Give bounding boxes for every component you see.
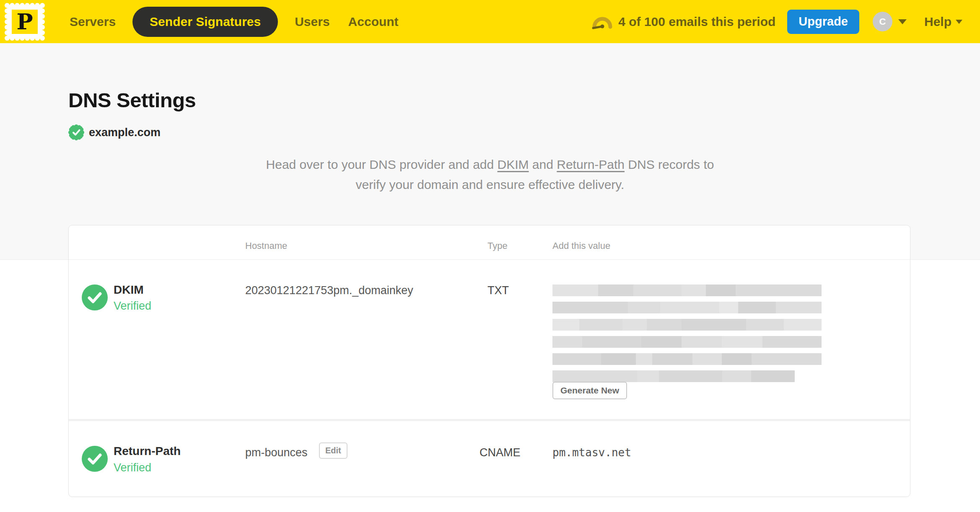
- record-status-dkim: Verified: [114, 300, 151, 313]
- generate-new-button[interactable]: Generate New: [552, 382, 627, 399]
- nav-item-servers[interactable]: Servers: [70, 15, 116, 29]
- page-title: DNS Settings: [68, 88, 196, 112]
- column-header-type: Type: [487, 240, 508, 251]
- nav-right: 4 of 100 emails this period Upgrade C He…: [591, 10, 962, 34]
- account-menu[interactable]: C: [873, 12, 907, 31]
- usage-counter: 4 of 100 emails this period: [618, 15, 775, 29]
- usage-gauge-icon: [591, 14, 612, 29]
- record-name-dkim: DKIM: [114, 283, 144, 297]
- domain-row: example.com: [68, 124, 161, 140]
- column-header-hostname: Hostname: [245, 240, 287, 251]
- redacted-dkim-value: [552, 284, 825, 388]
- record-status-return-path: Verified: [114, 461, 151, 474]
- record-hostname-dkim: 20230121221753pm._domainkey: [245, 284, 413, 297]
- svg-text:P: P: [16, 9, 33, 34]
- instructions-line2: verify your domain and ensure effective …: [0, 175, 980, 195]
- help-label: Help: [924, 15, 951, 29]
- redacted-value-row: [552, 336, 822, 348]
- header-divider: [69, 259, 910, 260]
- edit-button[interactable]: Edit: [319, 442, 347, 459]
- instructions-text: Head over to your DNS provider and add D…: [0, 155, 980, 195]
- help-menu[interactable]: Help: [924, 15, 962, 29]
- redacted-value-row: [552, 302, 822, 313]
- instructions-part1: Head over to your DNS provider and add: [266, 158, 498, 171]
- verified-check-icon: [82, 446, 108, 472]
- record-name-return-path: Return-Path: [114, 445, 181, 458]
- redacted-value-row: [552, 319, 822, 331]
- verified-check-icon: [82, 284, 108, 310]
- instructions-part3: DNS records to: [625, 158, 714, 171]
- instructions-part2: and: [529, 158, 557, 171]
- redacted-value-row: [552, 353, 822, 365]
- return-path-link[interactable]: Return-Path: [557, 158, 625, 171]
- column-header-value: Add this value: [552, 240, 610, 251]
- top-navigation: P Servers Sender Signatures Users Accoun…: [0, 0, 980, 43]
- record-type-dkim: TXT: [487, 284, 509, 297]
- dns-records-table: Hostname Type Add this value DKIM Verifi…: [68, 225, 910, 497]
- redacted-value-row: [552, 284, 822, 296]
- postmark-logo-icon[interactable]: P: [4, 3, 45, 41]
- chevron-down-icon: [956, 20, 962, 24]
- upgrade-button[interactable]: Upgrade: [787, 10, 859, 34]
- nav-links: Servers Sender Signatures Users Account: [60, 7, 408, 37]
- domain-name: example.com: [89, 126, 161, 139]
- record-type-return-path: CNAME: [480, 446, 521, 459]
- avatar: C: [873, 12, 892, 31]
- nav-item-account[interactable]: Account: [348, 15, 399, 29]
- row-divider: [69, 419, 910, 421]
- chevron-down-icon: [898, 19, 907, 24]
- record-value-return-path: pm.mtasv.net: [552, 446, 631, 459]
- nav-item-sender-signatures[interactable]: Sender Signatures: [132, 7, 278, 37]
- verified-seal-icon: [68, 124, 84, 140]
- record-hostname-return-path: pm-bounces: [245, 446, 308, 459]
- redacted-value-row: [552, 370, 795, 382]
- dkim-link[interactable]: DKIM: [498, 158, 529, 171]
- nav-item-users[interactable]: Users: [295, 15, 329, 29]
